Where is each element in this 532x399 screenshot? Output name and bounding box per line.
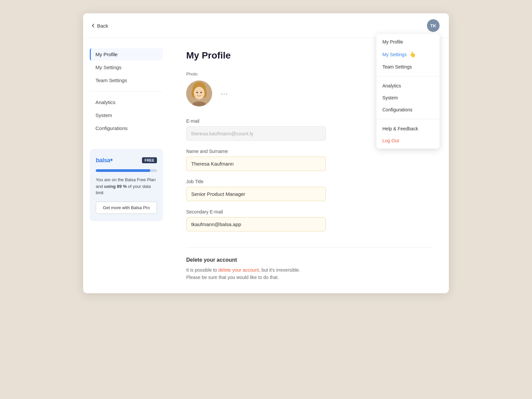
dropdown-section-2: Analytics System Configurations [376,78,440,118]
promo-header: balsa• FREE [96,156,157,164]
job-label: Job Title [186,179,432,184]
photo-more-button[interactable]: ··· [218,88,231,99]
profile-photo-svg [186,80,212,106]
dropdown-item-logout[interactable]: Log Out [376,135,440,147]
delete-title: Delete your account [186,257,432,263]
back-label: Back [97,23,108,29]
dropdown-item-team-settings[interactable]: Team Settings [376,61,440,73]
job-title-group: Job Title [186,179,432,201]
dropdown-section-1: My Profile My Settings 👆 Team Settings [376,34,440,75]
sidebar-item-my-settings[interactable]: My Settings [90,61,163,73]
dropdown-section-3: Help & Feedback Log Out [376,121,440,149]
job-title-input[interactable] [186,187,326,201]
dropdown-item-system[interactable]: System [376,92,440,104]
dropdown-item-configurations[interactable]: Configurations [376,104,440,116]
sidebar-divider [90,91,163,91]
avatar-initials: TK [430,23,436,28]
back-button[interactable]: Back [92,23,108,29]
svg-point-5 [197,92,198,93]
sidebar-item-system[interactable]: System [90,109,163,121]
dropdown-item-my-settings[interactable]: My Settings 👆 [376,48,440,61]
svg-point-4 [194,87,204,99]
promo-card: balsa• FREE You are on the Balsa Free Pl… [90,149,163,221]
svg-point-6 [200,92,202,93]
secondary-email-label: Secondary E-mail [186,209,432,214]
sidebar-item-team-settings[interactable]: Team Settings [90,74,163,86]
dropdown-item-analytics[interactable]: Analytics [376,80,440,92]
profile-photo [186,80,212,106]
secondary-email-group: Secondary E-mail [186,209,432,231]
app-container: Back TK My Profile My Settings 👆 Team Se… [83,13,449,293]
free-badge: FREE [142,157,157,163]
name-group: Name and Surname [186,149,432,171]
name-label: Name and Surname [186,149,432,154]
email-input[interactable] [186,126,326,141]
dropdown-divider-2 [376,119,440,119]
delete-account-link[interactable]: delete your account [218,267,259,273]
back-arrow-icon [92,24,95,27]
sidebar-item-my-profile[interactable]: My Profile [90,48,163,61]
dropdown-menu: My Profile My Settings 👆 Team Settings A… [376,34,440,149]
name-input[interactable] [186,157,326,171]
progress-bar-fill [96,169,150,172]
sidebar-item-analytics[interactable]: Analytics [90,96,163,108]
dropdown-divider-1 [376,76,440,76]
dropdown-item-help[interactable]: Help & Feedback [376,123,440,135]
sidebar: My Profile My Settings Team Settings Ana… [83,38,170,293]
secondary-email-input[interactable] [186,217,326,231]
progress-bar-container [96,169,157,172]
delete-section: Delete your account It is possible to de… [186,247,432,281]
sidebar-nav: My Profile My Settings Team Settings Ana… [90,48,163,134]
cursor-icon: 👆 [409,51,416,58]
dropdown-item-my-profile[interactable]: My Profile [376,36,440,48]
balsa-logo: balsa• [96,156,113,164]
delete-description: It is possible to delete your account, b… [186,266,432,281]
sidebar-item-configurations[interactable]: Configurations [90,122,163,134]
user-avatar-button[interactable]: TK [427,19,440,32]
promo-description: You are on the Balsa Free Plan and using… [96,177,157,196]
promo-upgrade-button[interactable]: Get more with Balsa Pro [96,201,157,214]
